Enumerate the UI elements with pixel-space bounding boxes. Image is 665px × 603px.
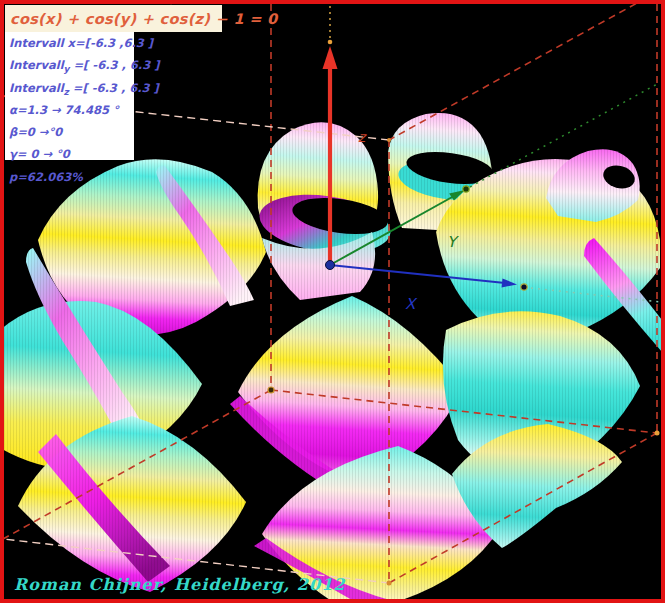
box-corner-dot (387, 138, 391, 142)
box-corner-dot (387, 581, 392, 586)
x-axis-endpoint-marker[interactable] (521, 284, 527, 290)
info-line-alpha: α=1.3 → 74.485 ° (9, 101, 134, 123)
box-corner-dot (655, 431, 660, 436)
info-panel: Intervall x=[-6.3 ,6.3 ] Intervally =[ -… (5, 32, 134, 160)
info-line-interval-x: Intervall x=[-6.3 ,6.3 ] (9, 34, 134, 56)
y-axis-endpoint-marker[interactable] (463, 186, 469, 192)
box-corner-marker[interactable] (268, 387, 274, 393)
z-boundary-dot (328, 40, 333, 45)
signature: Roman Chijner, Heidelberg, 2012 (14, 575, 345, 594)
equation-panel: cos(x) + cos(y) + cos(z) − 1 = 0 (5, 5, 222, 32)
info-line-interval-y: Intervally =[ -6.3 , 6.3 ] (9, 56, 134, 78)
info-line-gamma: γ= 0 → °0 (9, 145, 134, 167)
app-window: z Y X cos(x) + cos(y) + cos(z) − 1 = 0 I… (0, 0, 665, 603)
info-line-p: p=62.063% (9, 168, 134, 190)
info-line-beta: β=0 →°0 (9, 123, 134, 145)
origin-point[interactable] (326, 261, 335, 270)
info-line-interval-z: Intervallz =[ -6.3 , 6.3 ] (9, 79, 134, 101)
equation-text: cos(x) + cos(y) + cos(z) − 1 = 0 (10, 11, 277, 27)
